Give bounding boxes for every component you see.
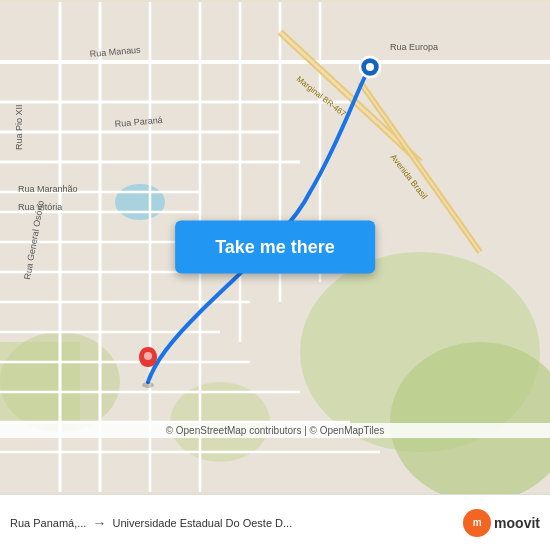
moovit-logo: m moovit — [463, 509, 540, 537]
svg-text:Rua Maranhão: Rua Maranhão — [18, 184, 78, 194]
route-to-label: Universidade Estadual Do Oeste D... — [112, 517, 292, 529]
route-from-label: Rua Panamá,... — [10, 517, 86, 529]
moovit-logo-text: moovit — [494, 515, 540, 531]
svg-point-43 — [142, 382, 154, 388]
take-me-there-button[interactable]: Take me there — [175, 221, 375, 274]
moovit-logo-icon: m — [463, 509, 491, 537]
route-info: Rua Panamá,... → Universidade Estadual D… — [10, 515, 455, 531]
svg-point-6 — [115, 184, 165, 220]
app: Rua Manaus Rua Paraná Rua Pio XII Rua Ma… — [0, 0, 550, 550]
svg-text:Rua Europa: Rua Europa — [390, 42, 438, 52]
bottom-bar: Rua Panamá,... → Universidade Estadual D… — [0, 494, 550, 550]
map-attribution: © OpenStreetMap contributors | © OpenMap… — [0, 423, 550, 438]
svg-text:Rua Pio XII: Rua Pio XII — [14, 104, 24, 150]
map-container: Rua Manaus Rua Paraná Rua Pio XII Rua Ma… — [0, 0, 550, 494]
svg-rect-4 — [0, 342, 80, 422]
arrow-icon: → — [92, 515, 106, 531]
svg-point-42 — [366, 63, 374, 71]
svg-point-44 — [144, 352, 152, 360]
